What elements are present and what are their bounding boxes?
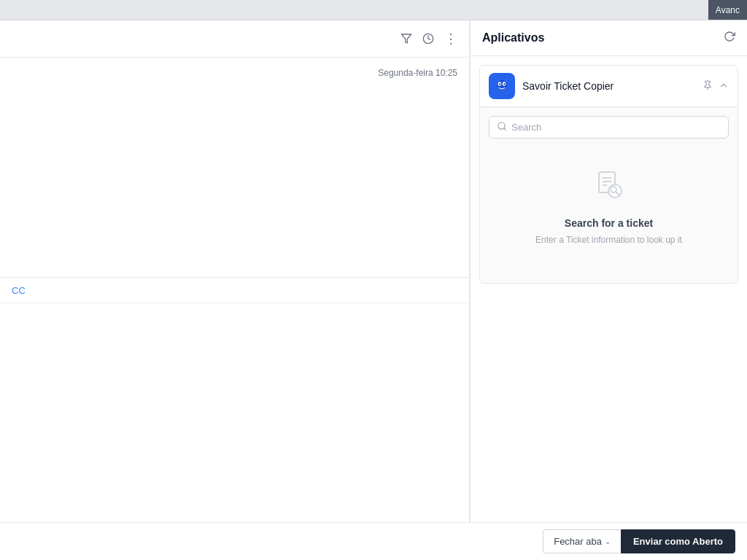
- svg-marker-0: [401, 34, 411, 43]
- search-icon: [497, 121, 507, 133]
- refresh-icon[interactable]: [724, 31, 735, 45]
- empty-state-subtitle: Enter a Ticket information to look up it: [535, 235, 682, 245]
- fechar-chevron-icon: ⌄: [605, 537, 611, 545]
- search-input[interactable]: [511, 122, 721, 133]
- left-panel-toolbar: ⋮: [0, 20, 469, 58]
- top-bar: Avanc: [0, 0, 747, 20]
- enviar-label: Enviar como Aberto: [633, 536, 723, 547]
- right-panel-header: Aplicativos: [471, 20, 747, 56]
- fechar-aba-button[interactable]: Fechar aba ⌄: [543, 529, 621, 553]
- app-name: Savoir Ticket Copier: [522, 80, 695, 92]
- timestamp: Segunda-feira 10:25: [0, 58, 469, 88]
- empty-state: Search for a ticket Enter a Ticket infor…: [489, 139, 729, 274]
- more-options-icon[interactable]: ⋮: [444, 31, 457, 47]
- app-icon: [489, 73, 515, 99]
- right-panel-title: Aplicativos: [482, 31, 544, 44]
- content-area: ⋮ Segunda-feira 10:25 CC Aplicativos: [0, 20, 747, 522]
- main-layout: Avanc ⋮: [0, 0, 747, 560]
- enviar-como-aberto-button[interactable]: Enviar como Aberto: [621, 529, 735, 553]
- history-icon[interactable]: [422, 33, 434, 44]
- cc-row: CC: [0, 277, 469, 303]
- collapse-icon[interactable]: [719, 80, 729, 93]
- svg-point-7: [503, 83, 505, 85]
- svg-line-10: [504, 128, 506, 131]
- app-card-actions: [703, 80, 729, 93]
- empty-state-title: Search for a ticket: [565, 217, 653, 229]
- fechar-label: Fechar aba: [554, 536, 602, 547]
- bottom-bar: Fechar aba ⌄ Enviar como Aberto: [0, 522, 747, 560]
- empty-state-icon: [592, 168, 627, 206]
- left-panel-body: Segunda-feira 10:25: [0, 58, 469, 277]
- left-panel: ⋮ Segunda-feira 10:25 CC: [0, 20, 470, 522]
- pin-icon[interactable]: [703, 80, 713, 93]
- svg-point-6: [499, 83, 500, 85]
- top-bar-avance-button[interactable]: Avanc: [708, 0, 747, 20]
- app-card-header: Savoir Ticket Copier: [480, 66, 738, 106]
- app-card: Savoir Ticket Copier: [479, 65, 738, 284]
- right-panel: Aplicativos: [470, 20, 747, 522]
- filter-icon[interactable]: [400, 33, 412, 44]
- cc-button[interactable]: CC: [12, 285, 26, 296]
- compose-area[interactable]: [0, 303, 469, 523]
- search-container[interactable]: [489, 116, 729, 139]
- app-card-body: Search for a ticket Enter a Ticket infor…: [480, 106, 738, 283]
